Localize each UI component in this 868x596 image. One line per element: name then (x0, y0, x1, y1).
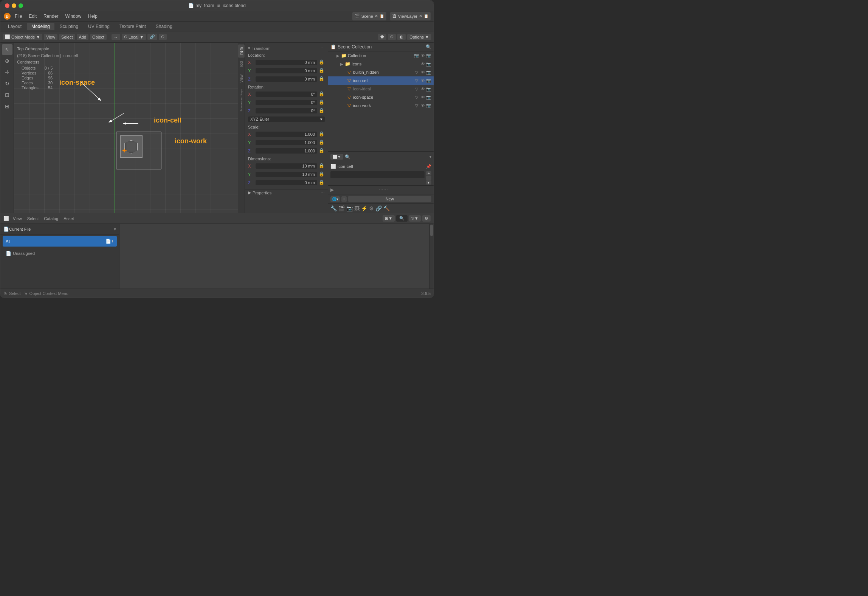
cell-filter-icon[interactable]: ▽ (414, 78, 419, 83)
asset-main-area[interactable] (119, 224, 429, 289)
outliner-search-icon[interactable]: 🔍 (426, 44, 431, 50)
bb-menu-select[interactable]: Select (26, 216, 40, 222)
collection-eye-icon[interactable]: 👁 (420, 53, 425, 58)
oi-expand-collection[interactable]: ▶ (336, 54, 340, 58)
icons-eye-icon[interactable]: 👁 (420, 61, 425, 67)
options-btn[interactable]: Options ▼ (407, 34, 431, 40)
maximize-button[interactable] (19, 3, 23, 8)
move-tool-btn[interactable]: ✛ (2, 67, 12, 78)
menu-file[interactable]: File (12, 13, 25, 20)
builtin-eye-icon[interactable]: 👁 (420, 70, 425, 75)
rotation-z-field[interactable]: 0° (256, 108, 317, 113)
material-slots-list[interactable] (330, 171, 425, 178)
ideal-eye-icon[interactable]: 👁 (420, 86, 425, 92)
mode-dropdown[interactable]: ⬜ Object Mode ▼ (3, 34, 42, 40)
snap-btn[interactable]: 🔗 (147, 34, 157, 40)
rotate-tool-btn[interactable]: ↻ (2, 78, 12, 89)
outliner-item-icon-work[interactable]: ▽ icon-work ▽ 👁 📷 (328, 101, 434, 110)
cursor-tool-btn[interactable]: ⊕ (2, 56, 12, 66)
asset-all-row[interactable]: All 📄+ (3, 236, 117, 247)
scale-y-field[interactable]: 1.000 (256, 140, 317, 145)
tab-view[interactable]: View (238, 71, 245, 86)
oi-expand-icons[interactable]: ▶ (340, 62, 344, 66)
pin-icon[interactable]: 📌 (426, 164, 431, 169)
scene-prop-icon[interactable]: 🎬 (338, 205, 345, 211)
collection-render-icon[interactable]: 📷 (426, 53, 431, 58)
bb-menu-view[interactable]: View (11, 216, 23, 222)
euler-mode-dropdown[interactable]: XYZ Euler ▾ (248, 116, 325, 122)
location-x-lock-icon[interactable]: 🔒 (319, 59, 325, 65)
work-filter-icon[interactable]: ▽ (414, 103, 419, 108)
icons-render-icon[interactable]: 📷 (426, 61, 431, 67)
properties-section[interactable]: ▶ Properties ⋯ (245, 189, 328, 197)
cell-eye-icon[interactable]: 👁 (420, 78, 425, 83)
builtin-filter-icon[interactable]: ▽ (414, 70, 419, 75)
blender-logo[interactable]: B (3, 12, 11, 20)
dim-x-lock-icon[interactable]: 🔒 (319, 163, 325, 169)
bb-search-input[interactable]: 🔍 (396, 215, 408, 222)
viewlayer-dropdown[interactable]: 🖼 ViewLayer ✕ 📋 (390, 12, 431, 20)
transform-collapse-icon[interactable]: ▾ (248, 46, 250, 51)
menu-render[interactable]: Render (40, 13, 61, 20)
render-prop-icon[interactable]: 📷 (346, 205, 353, 211)
scale-x-field[interactable]: 1.000 (256, 132, 317, 137)
particles-prop-icon[interactable]: ⚡ (361, 205, 367, 211)
dim-y-lock-icon[interactable]: 🔒 (319, 171, 325, 177)
location-y-lock-icon[interactable]: 🔒 (319, 68, 325, 74)
rotation-x-field[interactable]: 0° (256, 92, 317, 97)
tab-tool[interactable]: Tool (238, 58, 245, 71)
viewport[interactable]: Top Orthographic (218) Scene Collection … (14, 43, 238, 213)
bb-filter-btn[interactable]: ▽▼ (409, 215, 421, 222)
close-button[interactable] (5, 3, 9, 8)
prop-sidebar-mode-btn[interactable]: ⬜▼ (330, 154, 343, 160)
cell-render-icon[interactable]: 📷 (426, 78, 431, 83)
select-tool-btn[interactable]: ↖ (2, 44, 12, 55)
add-slot-btn[interactable]: + (426, 171, 431, 175)
menu-help[interactable]: Help (85, 13, 101, 20)
space-eye-icon[interactable]: 👁 (420, 95, 425, 100)
dim-x-field[interactable]: 10 mm (256, 163, 317, 169)
dim-z-field[interactable]: 0 mm (256, 180, 317, 185)
add-material-btn[interactable]: + (341, 196, 347, 202)
source-chevron-icon[interactable]: ▾ (114, 227, 116, 232)
bb-scroll-thumb[interactable] (430, 225, 433, 236)
collection-cam-icon[interactable]: 📷 (414, 53, 419, 58)
rotation-y-lock-icon[interactable]: 🔒 (319, 99, 325, 106)
ideal-filter-icon[interactable]: ▽ (414, 86, 419, 92)
scale-tool-btn[interactable]: ⊡ (2, 90, 12, 100)
tab-modeling[interactable]: Modeling (27, 23, 54, 30)
globe-icon-btn[interactable]: 🌐▾ (330, 196, 340, 202)
new-material-btn[interactable]: New (348, 196, 431, 202)
dim-z-lock-icon[interactable]: 🔒 (319, 180, 325, 186)
outliner-item-icon-ideal[interactable]: ▽ icon-ideal ▽ 👁 📷 (328, 85, 434, 93)
select-menu[interactable]: Select (59, 34, 75, 40)
pivot-dropdown[interactable]: ⊙ Local ▼ (122, 34, 146, 40)
view-menu[interactable]: View (44, 34, 57, 40)
outliner-item-icon-cell[interactable]: ▽ icon-cell ▽ 👁 📷 (328, 76, 434, 85)
window-controls[interactable] (5, 3, 23, 8)
outliner-item-collection[interactable]: ▶ 📁 Collection 📷 👁 📷 (328, 51, 434, 60)
ideal-render-icon[interactable]: 📷 (426, 86, 431, 92)
image-prop-icon[interactable]: 🖼 (354, 205, 360, 211)
minimize-button[interactable] (12, 3, 16, 8)
scale-z-lock-icon[interactable]: 🔒 (319, 148, 325, 154)
transform-tool-btn[interactable]: ⊞ (2, 101, 12, 112)
bb-menu-asset[interactable]: Asset (62, 216, 76, 222)
bb-settings-btn[interactable]: ⚙ (422, 215, 431, 222)
prop-search-field[interactable]: 🔍 (345, 154, 428, 160)
builtin-render-icon[interactable]: 📷 (426, 70, 431, 75)
outliner-item-icon-space[interactable]: ▽ icon-space ▽ 👁 📷 (328, 93, 434, 101)
bb-menu-catalog[interactable]: Catalog (42, 216, 60, 222)
object-menu[interactable]: Object (90, 34, 107, 40)
tab-screencast[interactable]: Screencast Keys (239, 86, 244, 115)
overlay-btn[interactable]: ⬟ (378, 34, 386, 40)
tab-layout[interactable]: Layout (3, 23, 26, 30)
tab-item[interactable]: Item (238, 44, 245, 57)
all-add-icon[interactable]: 📄+ (105, 239, 114, 244)
location-z-lock-icon[interactable]: 🔒 (319, 76, 325, 82)
scale-z-field[interactable]: 1.000 (256, 148, 317, 154)
bb-grid-btn[interactable]: ⊞▼ (383, 215, 395, 222)
tab-shading[interactable]: Shading (151, 23, 177, 30)
tab-texture-paint[interactable]: Texture Paint (115, 23, 150, 30)
shading-btn[interactable]: ◐ (397, 34, 406, 40)
